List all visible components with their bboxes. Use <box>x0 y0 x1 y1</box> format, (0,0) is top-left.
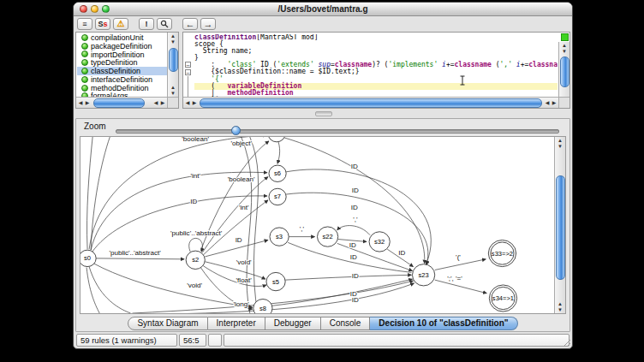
scroll-up-icon[interactable]: ▲ <box>168 85 178 90</box>
minimize-window-button[interactable] <box>91 5 98 13</box>
scroll-right-icon[interactable]: ▶ <box>191 98 198 108</box>
tab-interpreter[interactable]: Interpreter <box>208 317 265 330</box>
graph-vertical-scrollbar[interactable]: ▲ ▼ ▲ ▼ <box>554 137 565 313</box>
dfa-graph[interactable]: 'public'..'abstract''public'..'abstract'… <box>80 137 554 313</box>
scroll-left-icon[interactable]: ◀ <box>184 98 191 108</box>
list-icon: ≡ <box>82 20 86 28</box>
scroll-down-icon[interactable]: ▼ <box>555 307 565 312</box>
zoom-window-button[interactable] <box>102 5 110 13</box>
edge-label: ',' <box>353 216 358 223</box>
rule-item-packageDefinition[interactable]: packageDefinition <box>77 42 167 50</box>
rule-item-importDefinition[interactable]: importDefinition <box>77 50 167 59</box>
scroll-up-icon[interactable]: ▲ <box>168 33 178 39</box>
node-label: s23 <box>419 271 429 279</box>
dfa-graph-panel: 'public'..'abstract''public'..'abstract'… <box>80 136 566 314</box>
fold-marker[interactable]: – <box>185 62 191 68</box>
node-label: s33=>2 <box>492 250 513 258</box>
rules-view-button[interactable]: ≡ <box>77 18 92 30</box>
scroll-thumb[interactable] <box>93 98 145 108</box>
search-icon <box>160 20 169 28</box>
graph-edge <box>96 258 184 259</box>
editor-vertical-scrollbar[interactable]: ▲ ▼ <box>558 42 569 97</box>
graph-edge <box>242 137 252 313</box>
caret-position-status: 56:5 <box>179 334 206 347</box>
edge-label: 'public'..'abstract' <box>170 229 223 237</box>
graph-edge <box>277 142 280 163</box>
graph-edge <box>272 279 412 306</box>
close-window-button[interactable] <box>80 5 87 13</box>
graph-node-s8: s8 <box>253 299 272 313</box>
scroll-thumb[interactable] <box>200 98 542 108</box>
syntax-coloring-button[interactable]: Ss <box>95 18 110 30</box>
graph-edge <box>93 264 253 308</box>
rule-item-label: interfaceDefinition <box>91 75 152 84</box>
scroll-down-icon[interactable]: ▼ <box>555 144 565 149</box>
edge-label: 'void' <box>187 282 202 289</box>
rules-vertical-scrollbar[interactable]: ▲ ▼ ▲ ▼ <box>167 33 178 97</box>
scroll-up-icon[interactable]: ▲ <box>555 138 565 143</box>
rule-item-classDefinition[interactable]: classDefinition <box>77 67 167 75</box>
ideas-button[interactable]: ! <box>139 18 154 30</box>
status-cell <box>208 334 222 347</box>
rule-icon <box>81 68 88 74</box>
find-button[interactable] <box>157 18 172 30</box>
scroll-thumb[interactable] <box>556 175 565 279</box>
zoom-slider[interactable] <box>116 126 559 135</box>
grammar-editor[interactable]: –– classDefinition[MantraAST mod]scope {… <box>182 32 570 109</box>
forward-button[interactable]: → <box>200 18 216 30</box>
scroll-down-icon[interactable]: ▼ <box>559 49 569 54</box>
window-title: /Users/bovet/mantra.g <box>74 3 572 15</box>
code-line: | methodDefinition <box>194 90 558 97</box>
fold-marker[interactable]: – <box>185 69 191 75</box>
scroll-up-icon[interactable]: ▲ <box>559 43 569 48</box>
code-line: {$classDefinition::name = $ID.text;} <box>194 68 558 75</box>
code-area[interactable]: classDefinition[MantraAST mod]scope { St… <box>194 34 558 97</box>
zoom-slider-thumb[interactable] <box>231 126 241 135</box>
scroll-left-icon[interactable]: ◀ <box>77 98 84 108</box>
graph-edge <box>285 275 411 280</box>
editor-horizontal-scrollbar[interactable]: ◀ ▶ ◀ ▶ <box>183 97 558 108</box>
tab-console[interactable]: Console <box>321 317 371 330</box>
rule-item-label: methodDefinition <box>91 84 149 92</box>
scroll-left-icon[interactable]: ◀ <box>152 98 159 108</box>
edge-label: 'public'..'abstract' <box>109 249 161 257</box>
scroll-thumb[interactable] <box>560 56 569 87</box>
zoom-slider-track[interactable] <box>116 129 559 134</box>
node-label: s3 <box>276 233 283 240</box>
decision-panel: Zoom 'public'..'abstract''public'..'abst… <box>75 118 570 332</box>
node-label: s0 <box>84 255 91 263</box>
rules-list[interactable]: compilationUnitpackageDefinitionimportDe… <box>77 33 167 97</box>
graph-node-s23: s23 <box>413 264 435 286</box>
tab-debugger[interactable]: Debugger <box>265 317 321 330</box>
resize-grip[interactable] <box>562 338 571 347</box>
scrollbar-corner <box>558 97 569 108</box>
window-titlebar[interactable]: /Users/bovet/mantra.g <box>74 3 572 16</box>
warnings-button[interactable]: ⚠ <box>113 18 128 30</box>
rule-item-typeDefinition[interactable]: typeDefinition <box>77 58 167 67</box>
warning-icon: ⚠ <box>117 20 125 28</box>
status-bar: 59 rules (1 warnings)56:5 <box>76 334 569 347</box>
graph-node-s33=>2: s33=>2 <box>488 240 516 266</box>
tab-syntax-diagram[interactable]: Syntax Diagram <box>128 317 207 330</box>
scroll-left-icon[interactable]: ◀ <box>544 98 551 108</box>
rule-item-methodDefinition[interactable]: methodDefinition <box>77 84 167 92</box>
scroll-up-icon[interactable]: ▲ <box>555 301 565 306</box>
scroll-right-icon[interactable]: ▶ <box>84 98 91 108</box>
edge-label: ID <box>351 204 358 211</box>
scroll-thumb[interactable] <box>169 48 178 72</box>
edge-label: ';', '=' <box>447 275 462 282</box>
scroll-down-icon[interactable]: ▼ <box>168 91 178 96</box>
rule-item-compilationUnit[interactable]: compilationUnit <box>77 33 167 42</box>
edge-label: 'void' <box>236 258 252 266</box>
back-button[interactable]: ← <box>182 18 198 30</box>
rule-item-interfaceDefinition[interactable]: interfaceDefinition <box>77 75 167 84</box>
tab-decision-10-of-classdefinition[interactable]: Decision 10 of "classDefinition" <box>370 317 517 330</box>
horizontal-splitter[interactable] <box>75 109 570 118</box>
forward-arrow-icon: → <box>204 20 213 29</box>
edge-label: ID <box>352 272 359 280</box>
scroll-down-icon[interactable]: ▼ <box>168 39 178 45</box>
graph-node-s6: s6 <box>269 165 286 181</box>
scroll-right-icon[interactable]: ▶ <box>551 98 558 108</box>
scroll-right-icon[interactable]: ▶ <box>159 98 166 108</box>
rules-horizontal-scrollbar[interactable]: ◀ ▶ ◀ ▶ <box>76 97 167 108</box>
